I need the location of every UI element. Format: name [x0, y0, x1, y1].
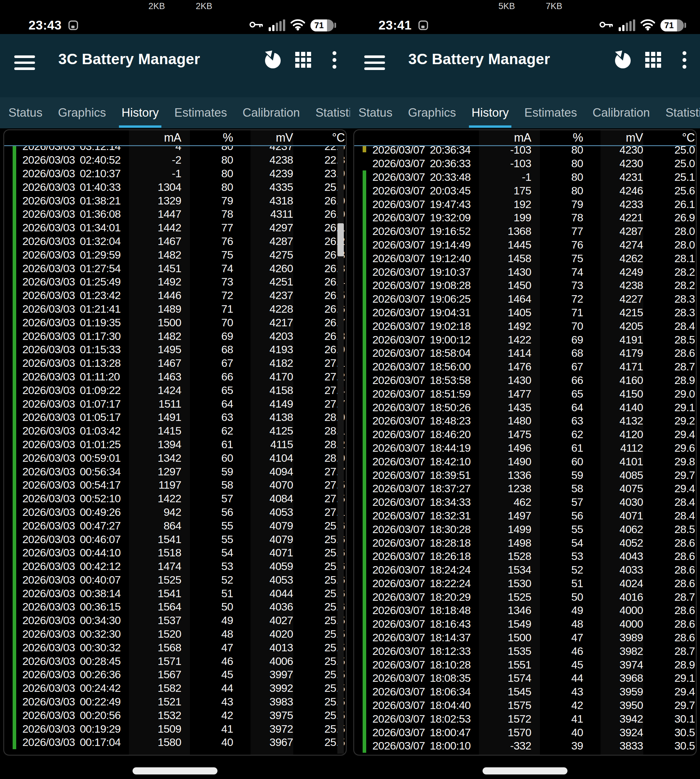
- table-row[interactable]: 2026/03/0300:54:17119758407027.5: [4, 478, 346, 492]
- pie-chart-icon[interactable]: [257, 50, 288, 70]
- table-row[interactable]: 2026/03/0718:24:24153452403328.6: [354, 563, 696, 577]
- table-row[interactable]: 2026/03/0300:46:07154155407925.6: [4, 533, 346, 546]
- table-row[interactable]: 2026/03/0718:12:33153546398228.7: [354, 644, 696, 658]
- table-row[interactable]: 2026/03/0300:34:30153749402725.5: [4, 614, 346, 628]
- table-row[interactable]: 2026/03/0300:20:56153242397525.5: [4, 708, 346, 722]
- menu-icon[interactable]: [14, 55, 35, 70]
- table-row[interactable]: 2026/03/0301:09:22142465415827.4: [4, 383, 346, 397]
- table-row[interactable]: 2026/03/0300:30:32156847401325.5: [4, 641, 346, 654]
- table-row[interactable]: 2026/03/0719:00:12142269419128.5: [354, 333, 696, 346]
- table-row[interactable]: 2026/03/0300:38:14154151404425.6: [4, 586, 346, 600]
- overflow-menu-icon[interactable]: [669, 50, 700, 70]
- table-row[interactable]: 2026/03/0302:40:52-280423822.8: [4, 153, 346, 167]
- table-row[interactable]: 2026/03/0301:15:33149568419326.9: [4, 343, 346, 356]
- tab-statistics[interactable]: Statistics: [665, 97, 700, 128]
- table-row[interactable]: 2026/03/0718:00:10-33239383330.5: [354, 739, 696, 753]
- scrollbar-thumb[interactable]: [337, 223, 344, 256]
- table-row[interactable]: 2026/03/0301:23:42144672423726.5: [4, 289, 346, 302]
- table-row[interactable]: 2026/03/0718:34:3346257403028.4: [354, 496, 696, 509]
- table-row[interactable]: 2026/03/0301:34:01144277429726.1: [4, 221, 346, 235]
- table-row[interactable]: 2026/03/0301:32:04146776428726.2: [4, 235, 346, 248]
- tab-estimates[interactable]: Estimates: [174, 97, 227, 128]
- table-row[interactable]: 2026/03/0301:03:42141562412528.1: [4, 424, 346, 438]
- table-row[interactable]: 2026/03/0719:10:37143074424928.2: [354, 265, 696, 279]
- table-row[interactable]: 2026/03/0301:17:30148269420326.8: [4, 329, 346, 343]
- table-row[interactable]: 2026/03/0301:25:49149273425126.4: [4, 275, 346, 289]
- table-row[interactable]: 2026/03/0301:05:17149163413828.0: [4, 411, 346, 424]
- table-row[interactable]: 2026/03/0300:26:36156745399725.5: [4, 668, 346, 681]
- tab-graphics[interactable]: Graphics: [58, 97, 106, 128]
- overflow-menu-icon[interactable]: [319, 50, 350, 70]
- table-row[interactable]: 2026/03/0720:36:34-10380423025.0: [354, 146, 696, 157]
- table-row[interactable]: 2026/03/0718:58:04141468417928.6: [354, 346, 696, 360]
- table-row[interactable]: 2026/03/0300:22:49152143398325.5: [4, 695, 346, 709]
- table-row[interactable]: 2026/03/0301:38:21132979431826.0: [4, 194, 346, 207]
- table-row[interactable]: 2026/03/0718:44:19149661411229.6: [354, 441, 696, 455]
- table-row[interactable]: 2026/03/0718:50:26143564414029.1: [354, 401, 696, 414]
- table-row[interactable]: 2026/03/0719:12:40145875426228.1: [354, 251, 696, 265]
- table-row[interactable]: 2026/03/0718:28:18149854405228.6: [354, 536, 696, 549]
- apps-grid-icon[interactable]: [638, 50, 669, 70]
- table-row[interactable]: 2026/03/0300:47:2786455407925.6: [4, 519, 346, 533]
- home-indicator[interactable]: [133, 767, 217, 774]
- table-row[interactable]: 2026/03/0300:19:29150941397225.5: [4, 722, 346, 736]
- table-row[interactable]: 2026/03/0718:53:58143066416028.9: [354, 374, 696, 387]
- table-row[interactable]: 2026/03/0719:04:31140571421528.3: [354, 306, 696, 320]
- tab-calibration[interactable]: Calibration: [593, 97, 650, 128]
- table-row[interactable]: 2026/03/0718:32:31149756407128.4: [354, 509, 696, 523]
- table-row[interactable]: 2026/03/0301:29:59148275427526.3: [4, 248, 346, 261]
- table-row[interactable]: 2026/03/0301:19:35150070421726.7: [4, 316, 346, 329]
- table-row[interactable]: 2026/03/0719:14:49144576427428.0: [354, 238, 696, 252]
- table-row[interactable]: 2026/03/0720:33:48-180423125.1: [354, 170, 696, 184]
- table-row[interactable]: 2026/03/0719:08:28145073423828.2: [354, 279, 696, 292]
- table-row[interactable]: 2026/03/0718:08:35157444396829.1: [354, 671, 696, 685]
- table-row[interactable]: 2026/03/0300:59:01134260410428.0: [4, 451, 346, 465]
- table-row[interactable]: 2026/03/0300:56:34129759409427.7: [4, 465, 346, 478]
- table-row[interactable]: 2026/03/0300:44:10151854407125.6: [4, 546, 346, 559]
- table-row[interactable]: 2026/03/0301:21:41148971422826.6: [4, 302, 346, 316]
- table-row[interactable]: 2026/03/0718:14:37150047398928.6: [354, 631, 696, 644]
- table-row[interactable]: 2026/03/0718:51:59147765415029.0: [354, 387, 696, 401]
- table-row[interactable]: 2026/03/0300:52:10142257408427.5: [4, 492, 346, 506]
- table-row[interactable]: 2026/03/0718:48:23148063413229.2: [354, 414, 696, 428]
- home-indicator[interactable]: [483, 767, 567, 774]
- table-row[interactable]: 2026/03/0718:46:20147562412029.4: [354, 428, 696, 441]
- table-row[interactable]: 2026/03/0718:42:10149060410129.8: [354, 454, 696, 468]
- table-row[interactable]: 2026/03/0301:36:08144778431126.0: [4, 207, 346, 221]
- tab-history[interactable]: History: [472, 97, 509, 128]
- tab-graphics[interactable]: Graphics: [408, 97, 456, 128]
- table-row[interactable]: 2026/03/0718:06:34154543395929.4: [354, 685, 696, 699]
- table-row[interactable]: 2026/03/0300:17:04158040396725.5: [4, 736, 346, 749]
- table-row[interactable]: 2026/03/0301:01:25139461411528.2: [4, 438, 346, 451]
- table-row[interactable]: 2026/03/0302:10:37-180423923.9: [4, 167, 346, 180]
- tab-estimates[interactable]: Estimates: [524, 97, 577, 128]
- table-row[interactable]: 2026/03/0718:18:48134649400028.6: [354, 604, 696, 617]
- table-row[interactable]: 2026/03/0718:04:40157542395029.7: [354, 699, 696, 712]
- table-row[interactable]: 2026/03/0720:36:33-10380423025.0: [354, 157, 696, 170]
- table-row[interactable]: 2026/03/0300:28:45157146400625.5: [4, 654, 346, 668]
- table-row[interactable]: 2026/03/0301:13:28146767418227.1: [4, 356, 346, 370]
- table-row[interactable]: 2026/03/0719:16:52136877428728.0: [354, 225, 696, 238]
- apps-grid-icon[interactable]: [288, 50, 319, 70]
- table-row[interactable]: 2026/03/0719:06:25146472422728.3: [354, 292, 696, 306]
- table-row[interactable]: 2026/03/0719:02:18149270420528.4: [354, 319, 696, 333]
- table-row[interactable]: 2026/03/0718:26:18152853404328.6: [354, 549, 696, 563]
- table-row[interactable]: 2026/03/0719:47:4319279423326.1: [354, 197, 696, 211]
- table-row[interactable]: 2026/03/0300:36:15156450403625.6: [4, 600, 346, 614]
- table-row[interactable]: 2026/03/0718:10:28155145397428.9: [354, 658, 696, 671]
- table-row[interactable]: 2026/03/0718:37:27123858407529.4: [354, 482, 696, 496]
- table-row[interactable]: 2026/03/0718:39:51133659408529.7: [354, 468, 696, 482]
- tab-status[interactable]: Status: [358, 97, 392, 128]
- table-row[interactable]: 2026/03/0301:07:17151164414927.7: [4, 397, 346, 411]
- menu-icon[interactable]: [364, 55, 385, 70]
- table-row[interactable]: 2026/03/0300:32:30152048402025.5: [4, 628, 346, 641]
- table-row[interactable]: 2026/03/0718:22:24153051402428.6: [354, 577, 696, 591]
- tab-calibration[interactable]: Calibration: [243, 97, 300, 128]
- table-row[interactable]: 2026/03/0718:20:29152550401628.7: [354, 590, 696, 604]
- tab-status[interactable]: Status: [8, 97, 42, 128]
- tab-statistics[interactable]: Statistics: [315, 97, 350, 128]
- table-row[interactable]: 2026/03/0718:00:47157040392430.5: [354, 726, 696, 739]
- table-row[interactable]: 2026/03/0300:40:07152552405325.6: [4, 573, 346, 587]
- table-row[interactable]: 2026/03/0718:16:43154948400028.6: [354, 617, 696, 631]
- table-row[interactable]: 2026/03/0718:30:28149955406228.5: [354, 523, 696, 536]
